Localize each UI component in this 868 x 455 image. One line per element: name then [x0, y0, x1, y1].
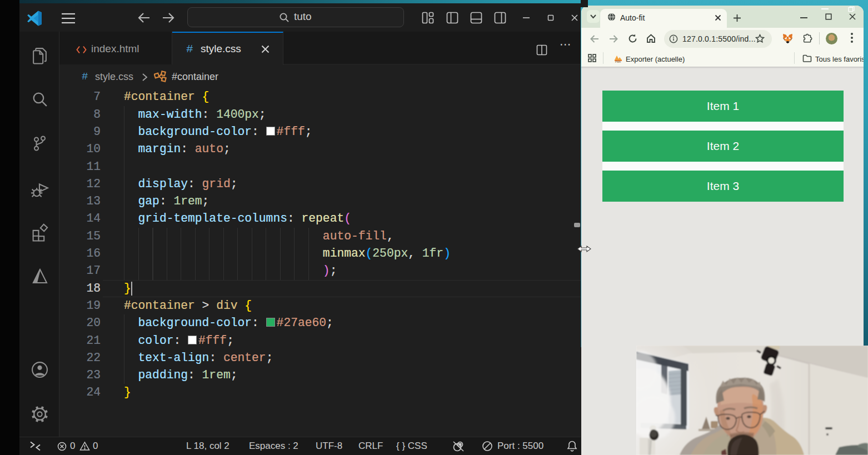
svg-text:PWA: PWA [615, 61, 621, 63]
